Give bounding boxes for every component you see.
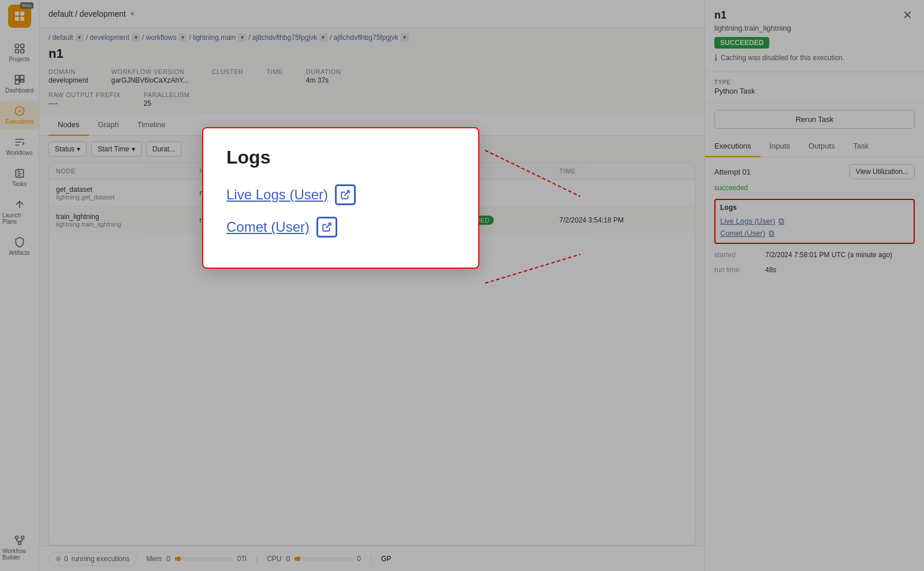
svg-line-18: [326, 223, 331, 228]
popup-comet-external-icon: [316, 217, 337, 238]
popup-comet-link[interactable]: Comet (User): [226, 217, 455, 238]
popup-comet-label: Comet (User): [226, 219, 310, 235]
logs-popup-overlay[interactable]: Logs Live Logs (User) Comet (User): [0, 0, 924, 571]
popup-live-logs-external-icon: [335, 184, 356, 205]
logs-popup: Logs Live Logs (User) Comet (User): [202, 127, 479, 269]
svg-line-17: [345, 191, 349, 195]
popup-live-logs-label: Live Logs (User): [226, 187, 328, 203]
popup-live-logs-link[interactable]: Live Logs (User): [226, 184, 455, 205]
logs-popup-title: Logs: [226, 147, 455, 168]
